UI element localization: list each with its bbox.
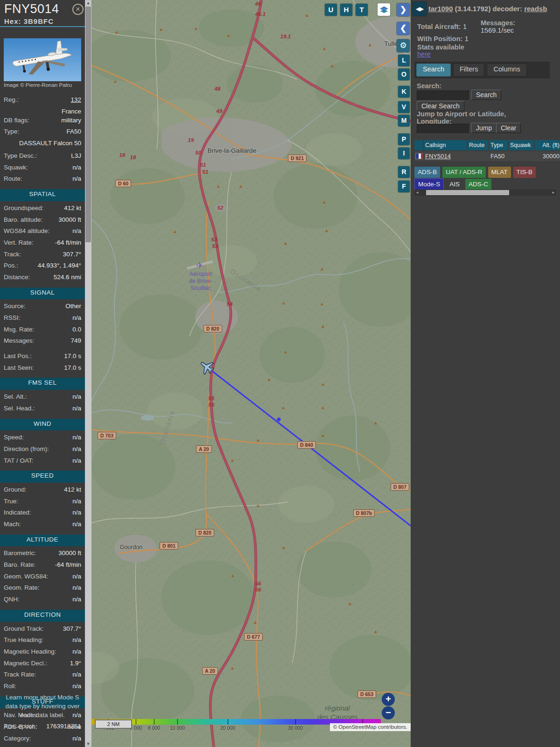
data-row: True: n/a (4, 497, 81, 508)
map-hotkey-button[interactable]: I (398, 148, 410, 159)
source-chip[interactable]: MLAT (488, 167, 511, 178)
aircraft-photo (4, 38, 81, 81)
row-label: True Heading: (4, 635, 43, 647)
data-row: Category: n/a (4, 734, 81, 746)
map-hotkey-button[interactable]: F (398, 181, 410, 192)
source-chip[interactable]: UAT / ADS-R (442, 167, 485, 178)
map-hotkey-button[interactable]: M (398, 115, 410, 127)
jump-input[interactable] (417, 124, 470, 134)
map-hotkey-button[interactable]: L (398, 55, 410, 66)
row-label: Direction (from): (4, 444, 49, 456)
map-hotkey-button[interactable]: R (398, 166, 410, 178)
data-row: DASSAULT Falcon 50 (4, 139, 81, 148)
sidebar-scrollbar[interactable]: ▲ ▼ (85, 0, 91, 747)
search-input[interactable] (417, 91, 470, 101)
row-label: Mach: (4, 520, 21, 531)
data-row: Magnetic Heading: n/a (4, 647, 81, 659)
road-shield: D 807 (391, 483, 409, 491)
map-toggle-button[interactable]: U (325, 4, 337, 16)
source-chip[interactable]: ADS-C (465, 179, 491, 190)
row-label: SPEED (31, 472, 54, 479)
data-row: Speed: n/a (4, 433, 81, 444)
zoom-out-button[interactable]: − (382, 706, 395, 719)
info-panel: ◀▶ tar1090 (3.14.1792) decoder: readsb T… (411, 0, 560, 747)
aircraft-marker[interactable] (197, 358, 216, 376)
row-value: 30000 ft (58, 215, 81, 227)
peak-icon: ▲ (320, 301, 324, 306)
collapse-left-button[interactable]: ❮ (397, 22, 410, 35)
layers-button[interactable] (378, 3, 390, 16)
column-header[interactable]: Type (489, 140, 508, 150)
map-toggle-button[interactable]: T (356, 4, 368, 16)
squawk-cell (509, 151, 534, 161)
column-header[interactable]: Alt. (ft) (535, 140, 560, 150)
scroll-down-icon[interactable]: ▼ (85, 741, 91, 747)
osm-attribution[interactable]: © OpenStreetMap contributors. (330, 723, 411, 731)
data-row: Distance: 524.6 nmi (4, 273, 81, 284)
jump-button[interactable]: Jump (471, 123, 497, 133)
clear-button[interactable]: Clear (496, 123, 521, 133)
row-label: RSSI: (4, 313, 20, 325)
close-icon[interactable]: ✕ (72, 4, 84, 15)
road-shield: D 677 (244, 633, 263, 641)
scrollbar-thumb[interactable] (85, 7, 91, 242)
data-row: Track: 307.7° (4, 250, 81, 261)
row-label: Distance: (4, 273, 30, 284)
peak-icon: ▲ (305, 13, 309, 18)
source-chip[interactable]: AIS (446, 179, 463, 190)
settings-button[interactable]: ⚙ (397, 39, 410, 52)
row-value: 0.0 (72, 325, 81, 337)
tab[interactable]: Columns (487, 63, 526, 77)
row-label: Type Desc.: (4, 151, 37, 163)
row-value: 412 kt (64, 485, 81, 497)
table-row[interactable]: FNY5014 FA50 30000 (414, 151, 560, 161)
peak-icon: ▲ (173, 229, 177, 234)
map-hotkey-button[interactable]: O (398, 69, 410, 80)
road-exit-number: 53 (211, 237, 217, 242)
panel-toggle-button[interactable]: ◀▶ (413, 2, 427, 16)
tab[interactable]: Search (416, 63, 451, 77)
stats-here-link[interactable]: here (417, 50, 431, 58)
column-header[interactable]: Route (468, 140, 488, 150)
tab[interactable]: Filters (453, 63, 484, 77)
road-shield: D 820 (196, 529, 214, 536)
source-chip[interactable]: TIS-B (513, 167, 536, 178)
legend-tick: 10 000 (170, 719, 185, 731)
map-toggle-button[interactable]: H (340, 4, 352, 16)
road-exit-number: 46 (255, 1, 261, 7)
readsb-link[interactable]: readsb (524, 5, 547, 13)
tar1090-link[interactable]: tar1090 (428, 5, 453, 13)
row-label: Reg.: (4, 95, 19, 107)
source-chip[interactable]: Mode-S (414, 178, 444, 190)
search-button[interactable]: Search (471, 90, 501, 100)
column-header[interactable] (414, 140, 423, 150)
row-label: Barometric: (4, 549, 36, 560)
data-row: RSSI: n/a (4, 313, 81, 325)
expand-right-button[interactable]: ❯ (397, 3, 410, 16)
clear-search-button[interactable]: Clear Search (417, 101, 464, 111)
data-row: Baro. Rate: -64 ft/min (4, 560, 81, 572)
map[interactable]: ▲▲▲▲▲▲▲▲▲▲▲▲▲▲▲▲▲▲▲▲▲▲▲▲▲▲▲▲▲▲▲▲▲▲▲ Briv… (91, 0, 411, 747)
callsign-link[interactable]: FNY5014 (425, 153, 451, 160)
column-header[interactable]: Callsign (424, 140, 467, 150)
scroll-left-icon[interactable]: ◄ (414, 190, 420, 196)
hscroll-thumb[interactable] (426, 190, 509, 195)
scroll-right-icon[interactable]: ► (551, 190, 556, 196)
row-value: n/a (72, 163, 81, 175)
road-exit-number: 51 (200, 162, 206, 168)
table-horizontal-scrollbar[interactable]: ◄ ► (414, 190, 556, 196)
data-row: Source: Other (4, 302, 81, 313)
column-header[interactable]: Squawk (509, 140, 534, 150)
map-hotkey-button[interactable]: P (398, 134, 410, 145)
scroll-up-icon[interactable]: ▲ (85, 0, 91, 6)
total-aircraft: Total Aircraft: 1 (417, 22, 467, 31)
row-label: Sel. Alt.: (4, 392, 27, 404)
map-hotkey-button[interactable]: K (398, 86, 410, 98)
source-chip[interactable]: ADS-B (414, 167, 440, 178)
zoom-in-button[interactable]: + (382, 693, 395, 706)
row-value[interactable]: 132 (70, 95, 81, 107)
divider (0, 26, 85, 27)
row-value: L3J (71, 151, 81, 163)
map-hotkey-button[interactable]: V (398, 101, 410, 113)
road-shield: D 921 (288, 155, 307, 162)
